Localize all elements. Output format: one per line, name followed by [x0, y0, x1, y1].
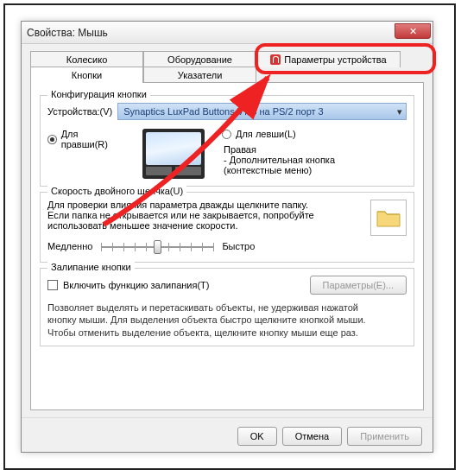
checkbox-click-lock[interactable]: Включить функцию залипания(T) — [47, 280, 210, 290]
group-stick-legend: Залипание кнопки — [47, 262, 135, 272]
tab-device-label: Параметры устройства — [284, 54, 386, 65]
slider-label-fast: Быстро — [222, 241, 255, 251]
slider-thumb[interactable] — [154, 240, 161, 254]
radio-icon — [222, 130, 231, 139]
mouse-properties-dialog: Свойства: Мышь ✕ Колесико Оборудование П… — [21, 21, 433, 453]
synaptics-icon — [270, 54, 281, 65]
speed-desc: использовать меньшее значение скорости. — [47, 220, 362, 231]
stick-desc: Позволяет выделять и перетаскивать объек… — [47, 301, 407, 314]
close-button[interactable]: ✕ — [395, 23, 431, 39]
tab-device-settings[interactable]: Параметры устройства — [256, 51, 401, 67]
device-dropdown[interactable]: Synaptics LuxPad Buttons V7.5 на PS/2 по… — [117, 103, 407, 120]
tab-pointers[interactable]: Указатели — [143, 67, 256, 83]
stick-desc: Чтобы отменить выделение объекта, щелкни… — [47, 327, 407, 339]
cancel-button[interactable]: Отмена — [282, 427, 342, 446]
click-lock-params-button: Параметры(E)... — [310, 276, 407, 295]
dialog-footer: OK Отмена Применить — [22, 417, 433, 454]
slider-label-slow: Медленно — [47, 241, 92, 251]
double-click-slider[interactable] — [101, 238, 213, 255]
group-speed-legend: Скорость двойного щелчка(U) — [47, 186, 186, 196]
detail-title: Правая — [224, 144, 407, 155]
speed-desc: Для проверки влияния параметра дважды ще… — [47, 200, 362, 210]
window-title: Свойства: Мышь — [27, 27, 108, 39]
checkbox-icon — [47, 280, 58, 290]
device-label: Устройства:(V) — [47, 106, 112, 117]
ok-button[interactable]: OK — [237, 427, 277, 446]
group-button-config: Конфигурация кнопки Устройства:(V) Synap… — [40, 95, 414, 187]
speed-desc: Если папка не открывается или не закрыва… — [47, 210, 362, 220]
device-value: Synaptics LuxPad Buttons V7.5 на PS/2 по… — [123, 106, 323, 117]
radio-right-handed[interactable]: Для правши(R) — [47, 129, 125, 149]
group-click-lock: Залипание кнопки Включить функцию залипа… — [40, 268, 414, 346]
radio-left-handed[interactable]: Для левши(L) — [222, 129, 407, 139]
detail-line2: (контекстные меню) — [224, 165, 407, 175]
tab-panel-buttons: Конфигурация кнопки Устройства:(V) Synap… — [30, 82, 424, 410]
group-config-legend: Конфигурация кнопки — [47, 89, 150, 99]
tab-buttons[interactable]: Кнопки — [30, 67, 143, 83]
apply-button[interactable]: Применить — [347, 427, 422, 446]
titlebar[interactable]: Свойства: Мышь ✕ — [22, 22, 433, 44]
stick-desc: кнопку мыши. Для выделения объекта быстр… — [47, 314, 407, 326]
radio-icon — [47, 135, 57, 144]
detail-line1: - Дополнительная кнопка — [224, 155, 407, 165]
folder-test-icon[interactable] — [370, 200, 407, 236]
tab-hardware[interactable]: Оборудование — [143, 51, 256, 67]
group-double-click-speed: Скорость двойного щелчка(U) Для проверки… — [40, 192, 414, 263]
tab-wheel[interactable]: Колесико — [30, 51, 143, 67]
touchpad-preview — [142, 129, 205, 179]
